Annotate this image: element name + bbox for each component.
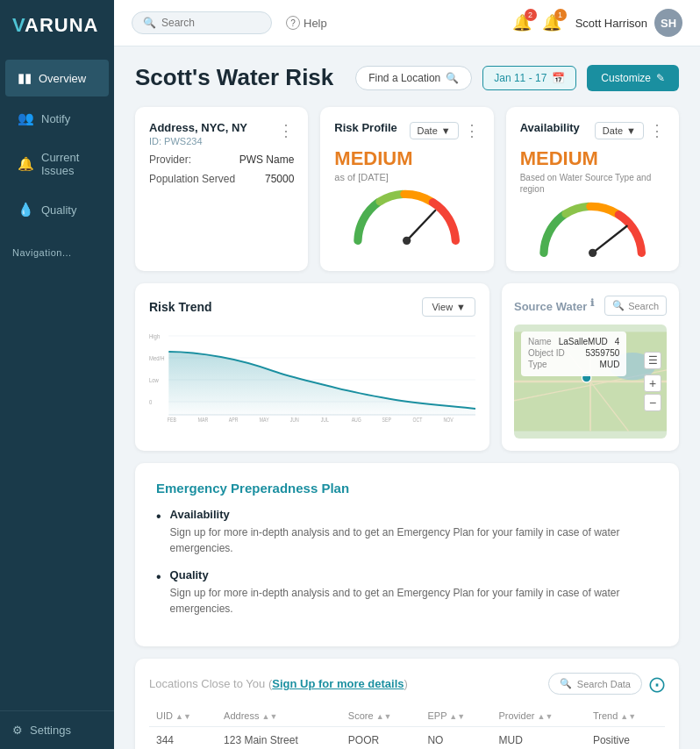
sort-icon: ▲▼ bbox=[262, 712, 278, 721]
svg-line-2 bbox=[592, 226, 626, 253]
svg-text:0: 0 bbox=[149, 398, 152, 405]
sort-icon: ▲▼ bbox=[449, 712, 465, 721]
notifications-badge: 2 bbox=[525, 9, 537, 21]
emergency-quality-label: Quality bbox=[170, 568, 658, 581]
alerts-button[interactable]: 🔔 1 bbox=[542, 13, 561, 32]
svg-text:SEP: SEP bbox=[382, 416, 391, 423]
zoom-out-button[interactable]: − bbox=[644, 394, 661, 411]
cell-provider: MUD bbox=[491, 727, 585, 750]
risk-date-selector[interactable]: Date ▼ bbox=[410, 122, 459, 139]
address-card-menu[interactable]: ⋮ bbox=[278, 121, 294, 140]
svg-text:Low: Low bbox=[149, 376, 160, 383]
name-value: LaSalleMUD bbox=[559, 337, 608, 346]
search-input[interactable] bbox=[161, 17, 249, 29]
svg-text:High: High bbox=[149, 332, 160, 340]
emergency-item-quality: • Quality Sign up for more in-depth anal… bbox=[156, 568, 658, 617]
cards-row: Address, NYC, NY ID: PWS234 ⋮ Provider: … bbox=[135, 107, 679, 271]
emergency-quality-content: Quality Sign up for more in-depth analys… bbox=[170, 568, 658, 617]
svg-text:JUN: JUN bbox=[290, 416, 299, 423]
chart-area: High Med/H Low 0 bbox=[149, 327, 475, 424]
sidebar-item-notify[interactable]: 👥 Notify bbox=[5, 100, 109, 137]
help-button[interactable]: ? Help bbox=[286, 16, 327, 30]
logo-text: ARUNA bbox=[25, 14, 98, 36]
svg-text:JUL: JUL bbox=[321, 416, 330, 423]
availability-date-selector[interactable]: Date ▼ bbox=[595, 122, 644, 139]
availability-gauge-svg bbox=[520, 200, 665, 257]
second-row: Risk Trend View ▼ High bbox=[135, 283, 679, 451]
sidebar-item-current-issues[interactable]: 🔔 Current Issues bbox=[5, 140, 109, 188]
svg-line-0 bbox=[407, 210, 436, 240]
settings-item[interactable]: ⚙ Settings bbox=[0, 710, 114, 749]
map-overlay: Name LaSalleMUD 4 Object ID 5359750 Type… bbox=[521, 332, 626, 376]
navigation-label: Navigation... bbox=[0, 230, 114, 261]
page-title: Scott's Water Risk bbox=[135, 64, 345, 91]
search-icon: 🔍 bbox=[560, 678, 572, 689]
address-id: ID: PWS234 bbox=[149, 136, 247, 146]
chart-title: Risk Trend bbox=[149, 300, 212, 314]
cell-address: 123 Main Street bbox=[217, 727, 341, 750]
risk-trend-card: Risk Trend View ▼ High bbox=[135, 283, 489, 451]
source-title: Source Water ℹ bbox=[514, 297, 594, 313]
col-trend[interactable]: Trend ▲▼ bbox=[586, 705, 665, 727]
col-score[interactable]: Score ▲▼ bbox=[341, 705, 421, 727]
customize-label: Customize bbox=[601, 72, 651, 84]
customize-button[interactable]: Customize ✎ bbox=[587, 65, 679, 91]
table-row: 344123 Main StreetPOORNOMUDPositive bbox=[149, 727, 665, 750]
source-search[interactable]: 🔍 Search bbox=[604, 296, 667, 316]
emergency-availability-label: Availability bbox=[170, 508, 658, 521]
svg-text:Med/H: Med/H bbox=[149, 354, 165, 361]
name-label: Name bbox=[528, 337, 552, 346]
availability-date-label: Date bbox=[603, 125, 623, 136]
svg-point-1 bbox=[403, 237, 411, 245]
topbar-icons: 🔔 2 🔔 1 bbox=[512, 13, 561, 32]
provider-field: Provider: PWS Name bbox=[149, 153, 294, 166]
sidebar-item-overview[interactable]: ▮▮ Overview bbox=[5, 60, 109, 96]
svg-text:APR: APR bbox=[229, 416, 239, 423]
date-range-button[interactable]: Jan 11 - 17 📅 bbox=[482, 66, 576, 90]
type-label: Type bbox=[528, 360, 547, 369]
zoom-in-button[interactable]: + bbox=[644, 374, 661, 392]
table-search-label: Search Data bbox=[577, 679, 631, 689]
svg-point-3 bbox=[589, 249, 596, 257]
signup-link[interactable]: Sign Up for more details bbox=[272, 677, 404, 690]
emergency-availability-content: Availability Sign up for more in-depth a… bbox=[170, 508, 658, 556]
risk-profile-header: Risk Profile Date ▼ ⋮ bbox=[334, 121, 479, 140]
settings-icon: ⚙ bbox=[12, 724, 23, 737]
table-search[interactable]: 🔍 Search Data bbox=[548, 673, 642, 695]
address-card-header: Address, NYC, NY ID: PWS234 ⋮ bbox=[149, 121, 294, 146]
layers-button[interactable]: ☰ bbox=[644, 352, 661, 369]
emergency-quality-text: Sign up for more in-depth analysis and t… bbox=[170, 585, 658, 617]
source-info-icon[interactable]: ℹ bbox=[590, 297, 594, 308]
emergency-availability-text: Sign up for more in-depth analysis and t… bbox=[170, 524, 658, 556]
search-box[interactable]: 🔍 bbox=[132, 11, 272, 34]
emergency-item-availability: • Availability Sign up for more in-depth… bbox=[156, 508, 658, 556]
col-uid[interactable]: UID ▲▼ bbox=[149, 705, 217, 727]
settings-label: Settings bbox=[30, 724, 71, 737]
svg-text:FEB: FEB bbox=[168, 416, 176, 423]
risk-card-menu[interactable]: ⋮ bbox=[464, 121, 480, 140]
table-body: 344123 Main StreetPOORNOMUDPositive85723… bbox=[149, 727, 665, 750]
page-header: Scott's Water Risk Find a Location 🔍 Jan… bbox=[135, 64, 679, 91]
chart-svg: High Med/H Low 0 bbox=[149, 327, 475, 424]
risk-profile-title: Risk Profile bbox=[334, 121, 397, 134]
col-address[interactable]: Address ▲▼ bbox=[217, 705, 341, 727]
col-epp[interactable]: EPP ▲▼ bbox=[420, 705, 491, 727]
source-header: Source Water ℹ 🔍 Search bbox=[514, 296, 667, 316]
notifications-button[interactable]: 🔔 2 bbox=[512, 13, 532, 32]
chart-header: Risk Trend View ▼ bbox=[149, 297, 475, 317]
risk-level: MEDIUM bbox=[334, 147, 479, 170]
sort-icon: ▲▼ bbox=[538, 712, 554, 721]
grid-icon[interactable]: ⨀ bbox=[649, 674, 665, 694]
availability-level: MEDIUM bbox=[520, 147, 665, 170]
help-label: Help bbox=[304, 17, 327, 30]
availability-card-menu[interactable]: ⋮ bbox=[649, 121, 665, 140]
find-location-button[interactable]: Find a Location 🔍 bbox=[355, 66, 472, 90]
view-label: View bbox=[432, 302, 453, 312]
user-menu[interactable]: Scott Harrison SH bbox=[575, 9, 682, 37]
col-provider[interactable]: Provider ▲▼ bbox=[491, 705, 585, 727]
view-button[interactable]: View ▼ bbox=[422, 297, 475, 317]
sidebar-item-label: Quality bbox=[41, 203, 76, 217]
edit-icon: ✎ bbox=[656, 72, 665, 84]
object-id-label: Object ID bbox=[528, 348, 565, 358]
sidebar-item-quality[interactable]: 💧 Quality bbox=[5, 191, 109, 228]
